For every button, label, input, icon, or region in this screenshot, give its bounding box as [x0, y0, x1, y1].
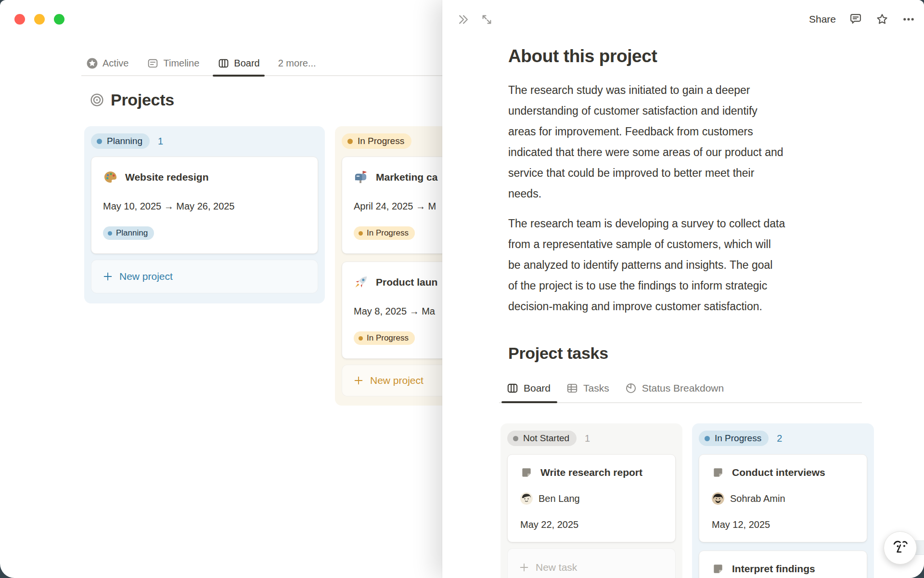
- mailbox-icon: [354, 170, 369, 184]
- task-assignee-name: Ben Lang: [539, 493, 580, 504]
- column-count: 1: [158, 136, 163, 147]
- task-assignee: Sohrab Amin: [712, 492, 854, 505]
- task-card-write-research-report[interactable]: Write research report Ben Lang May 22, 2…: [507, 454, 676, 542]
- about-paragraph-2: The research team is developing a survey…: [508, 213, 868, 317]
- tasks-tab-label: Status Breakdown: [642, 382, 724, 394]
- plus-icon: [353, 375, 364, 386]
- view-tabs: Active Timeline Board 2 more...: [81, 51, 442, 76]
- task-card-conduct-interviews[interactable]: Conduct interviews Sohrab Amin May 12, 2…: [699, 454, 867, 542]
- task-page-icon: [520, 466, 533, 479]
- palette-icon: [103, 170, 118, 184]
- view-tab-active[interactable]: Active: [81, 51, 133, 75]
- star-circle-icon: [86, 57, 98, 69]
- view-tab-label: Active: [103, 58, 128, 69]
- project-tasks-heading: Project tasks: [508, 344, 874, 363]
- board-icon: [218, 57, 230, 69]
- notion-ai-face-icon: [890, 538, 911, 559]
- task-card-interpret-findings[interactable]: Interpret findings: [699, 551, 867, 578]
- column-header: Planning 1: [91, 133, 318, 149]
- status-dot: [513, 436, 518, 441]
- status-pill-in-progress[interactable]: In Progress: [342, 133, 411, 149]
- expand-diagonal-icon[interactable]: [480, 13, 493, 26]
- status-dot: [347, 139, 353, 144]
- status-pill-planning[interactable]: Planning: [91, 133, 150, 149]
- project-card-status-tag: Planning: [103, 226, 154, 240]
- more-icon[interactable]: [902, 13, 915, 26]
- task-page-icon: [712, 466, 724, 479]
- tasks-board: Not Started 1 Write research report: [500, 423, 874, 578]
- status-dot: [705, 436, 710, 441]
- window-controls: [14, 14, 64, 25]
- plus-icon: [103, 271, 113, 282]
- plus-icon: [519, 562, 529, 573]
- avatar-ben-lang: [520, 492, 533, 505]
- status-pill-label: Planning: [107, 136, 142, 146]
- project-card-dates: May 10, 2025 → May 26, 2025: [103, 201, 306, 212]
- tasks-tab-label: Tasks: [583, 382, 609, 394]
- status-pill-label: Not Started: [523, 433, 569, 444]
- view-tab-label: Board: [234, 58, 259, 69]
- view-tab-timeline[interactable]: Timeline: [142, 51, 204, 75]
- tasks-tab-status-breakdown[interactable]: Status Breakdown: [625, 382, 724, 394]
- new-task-label: New task: [536, 562, 577, 573]
- new-project-label: New project: [119, 271, 173, 282]
- board-icon: [506, 382, 519, 394]
- page-title-text: Projects: [111, 91, 174, 109]
- view-tab-more[interactable]: 2 more...: [273, 51, 321, 75]
- tasks-column-in-progress: In Progress 2 Conduct interviews: [692, 423, 874, 578]
- side-peek-header: Share: [442, 0, 924, 39]
- status-dot: [359, 336, 363, 341]
- task-card-title: Conduct interviews: [732, 467, 825, 478]
- close-window-button[interactable]: [14, 14, 25, 25]
- new-task-button[interactable]: New task: [507, 548, 676, 578]
- task-assignee-name: Sohrab Amin: [730, 493, 785, 504]
- column-count: 2: [777, 433, 782, 444]
- project-card-title: Marketing ca: [376, 171, 437, 183]
- project-tasks-tabs: Board Tasks Status Breakdown: [499, 377, 862, 403]
- tasks-tab-tasks[interactable]: Tasks: [566, 382, 609, 394]
- share-button[interactable]: Share: [809, 13, 836, 25]
- comment-icon[interactable]: [849, 13, 862, 26]
- app-window: Active Timeline Board 2 more... Projects: [0, 0, 924, 578]
- timeline-icon: [147, 57, 159, 69]
- project-card-website-redesign[interactable]: Website redesign May 10, 2025 → May 26, …: [91, 157, 318, 254]
- task-card-title: Write research report: [540, 467, 642, 478]
- task-page-icon: [712, 563, 724, 575]
- status-pill-not-started[interactable]: Not Started: [507, 431, 577, 446]
- project-card-status-tag: In Progress: [354, 331, 415, 345]
- status-dot: [97, 139, 102, 144]
- minimize-window-button[interactable]: [34, 14, 45, 25]
- project-card-status-tag: In Progress: [354, 226, 415, 240]
- about-paragraph-1: The research study was initiated to gain…: [508, 80, 868, 204]
- status-pill-label: In Progress: [715, 433, 761, 444]
- status-dot: [108, 231, 112, 236]
- page-title: Projects: [90, 91, 174, 109]
- view-tab-board[interactable]: Board: [213, 51, 264, 75]
- view-tab-label: Timeline: [163, 58, 199, 69]
- tasks-tab-board[interactable]: Board: [506, 382, 551, 394]
- board-column-planning: Planning 1 Website redesign May 10, 2025…: [84, 126, 325, 303]
- new-project-label: New project: [370, 375, 424, 386]
- project-card-title: Product laun: [376, 276, 437, 288]
- status-pill-in-progress[interactable]: In Progress: [699, 431, 769, 446]
- task-date: May 12, 2025: [712, 519, 854, 530]
- target-icon: [90, 92, 104, 107]
- rocket-icon: [354, 275, 369, 289]
- notion-ai-button[interactable]: [884, 531, 917, 565]
- tasks-tab-label: Board: [524, 382, 551, 394]
- new-project-button[interactable]: New project: [91, 260, 318, 293]
- task-date: May 22, 2025: [520, 519, 663, 530]
- zoom-window-button[interactable]: [54, 14, 64, 25]
- status-dot: [359, 231, 363, 236]
- avatar-sohrab-amin: [712, 492, 724, 505]
- star-icon[interactable]: [875, 13, 889, 26]
- column-count: 1: [585, 433, 590, 444]
- task-assignee: Ben Lang: [520, 492, 663, 505]
- about-heading: About this project: [508, 46, 874, 66]
- view-tab-label: 2 more...: [278, 58, 316, 69]
- pie-chart-icon: [625, 382, 637, 394]
- table-icon: [566, 382, 578, 394]
- tasks-column-not-started: Not Started 1 Write research report: [500, 423, 682, 578]
- double-chevron-right-icon[interactable]: [457, 13, 470, 26]
- status-pill-label: In Progress: [358, 136, 404, 146]
